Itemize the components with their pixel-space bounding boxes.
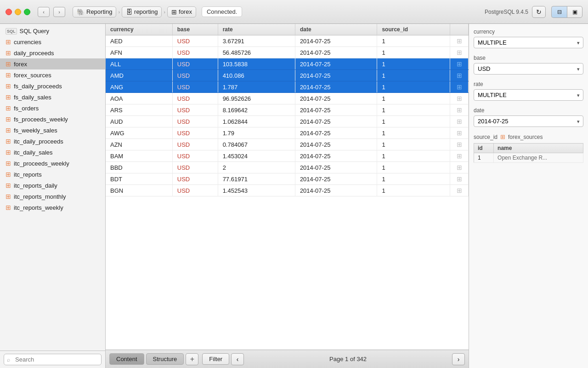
table-row[interactable]: BGNUSD1.4525432014-07-251⊞: [106, 185, 469, 196]
sidebar-item-daily-proceeds[interactable]: ⊞daily_proceeds: [0, 47, 105, 58]
sidebar-item-fs-weekly-sales[interactable]: ⊞fs_weekly_sales: [0, 125, 105, 136]
table-row[interactable]: AMDUSD410.0862014-07-251⊞: [106, 70, 469, 81]
sidebar-item-itc-reports-daily[interactable]: ⊞itc_reports_daily: [0, 180, 105, 191]
table-row[interactable]: ANGUSD1.7872014-07-251⊞: [106, 81, 469, 93]
sidebar-item-fs-orders[interactable]: ⊞fs_orders: [0, 103, 105, 114]
filter-panel: currency MULTIPLE base USD rate MULTIPLE: [469, 24, 588, 368]
table-row[interactable]: AZNUSD0.7840672014-07-251⊞: [106, 139, 469, 150]
sidebar-item-icon: ⊞: [6, 82, 11, 90]
base-value: USD: [177, 164, 190, 171]
table-row[interactable]: AEDUSD3.672912014-07-251⊞: [106, 35, 469, 47]
cell-rate: 1.452543: [218, 185, 295, 196]
sidebar-item-sql-query[interactable]: SQLSQL Query: [0, 26, 105, 36]
table-row[interactable]: BAMUSD1.4530242014-07-251⊞: [106, 150, 469, 162]
cell-rate: 77.61971: [218, 173, 295, 185]
cell-currency: ARS: [106, 104, 172, 116]
sidebar-item-label: itc_reports_monthly: [14, 193, 66, 200]
cell-date: 2014-07-25: [295, 104, 377, 116]
cell-source_id: 1: [377, 35, 450, 47]
cell-date: 2014-07-25: [295, 150, 377, 162]
breadcrumb-reporting[interactable]: 🐘 Reporting: [73, 6, 116, 17]
cell-action-icon[interactable]: ⊞: [450, 173, 469, 185]
content-area: currency base rate date source_id AEDUSD…: [106, 24, 469, 368]
prev-page-button[interactable]: ‹: [231, 353, 244, 365]
cell-action-icon[interactable]: ⊞: [450, 58, 469, 70]
table-row[interactable]: BDTUSD77.619712014-07-251⊞: [106, 173, 469, 185]
add-row-button[interactable]: +: [186, 353, 198, 365]
view-single-button[interactable]: ▣: [567, 6, 582, 18]
cell-currency: BBD: [106, 162, 172, 173]
next-page-button[interactable]: ›: [452, 353, 465, 365]
cell-action-icon[interactable]: ⊞: [450, 81, 469, 93]
sidebar-item-itc-proceeds-weekly[interactable]: ⊞itc_proceeds_weekly: [0, 158, 105, 169]
sidebar-item-icon: ⊞: [6, 204, 11, 211]
filter-source_id-label: source_id: [474, 134, 498, 140]
filter-currency-label: currency: [474, 29, 583, 35]
table-row[interactable]: AWGUSD1.792014-07-251⊞: [106, 127, 469, 139]
sidebar-item-itc-reports-monthly[interactable]: ⊞itc_reports_monthly: [0, 191, 105, 202]
view-buttons: ⊟ ▣: [551, 6, 582, 18]
cell-action-icon[interactable]: ⊞: [450, 185, 469, 196]
refresh-button[interactable]: ↻: [532, 6, 546, 18]
row-table-icon: ⊞: [457, 175, 462, 183]
base-value: USD: [177, 61, 190, 68]
sidebar-item-icon: ⊞: [6, 49, 11, 57]
cell-action-icon[interactable]: ⊞: [450, 127, 469, 139]
table-row[interactable]: AUDUSD1.0628442014-07-251⊞: [106, 116, 469, 127]
table-row[interactable]: ARSUSD8.1696422014-07-251⊞: [106, 104, 469, 116]
sidebar-item-itc-reports-weekly[interactable]: ⊞itc_reports_weekly: [0, 202, 105, 213]
cell-action-icon[interactable]: ⊞: [450, 139, 469, 150]
content-tab[interactable]: Content: [109, 353, 144, 365]
cell-action-icon[interactable]: ⊞: [450, 116, 469, 127]
sidebar-item-forex[interactable]: ⊞forex: [0, 58, 105, 69]
cell-rate: 0.784067: [218, 139, 295, 150]
col-rate: rate: [218, 24, 295, 35]
sidebar-item-fs-daily-proceeds[interactable]: ⊞fs_daily_proceeds: [0, 80, 105, 92]
table-row[interactable]: ALLUSD103.58382014-07-251⊞: [106, 58, 469, 70]
cell-action-icon[interactable]: ⊞: [450, 70, 469, 81]
minimize-button[interactable]: [15, 9, 21, 15]
sidebar-item-fs-proceeds-weekly[interactable]: ⊞fs_proceeds_weekly: [0, 114, 105, 125]
cell-base: USD: [172, 93, 218, 104]
cell-date: 2014-07-25: [295, 162, 377, 173]
sidebar-item-label: itc_reports_weekly: [14, 204, 63, 211]
sidebar-item-itc-reports[interactable]: ⊞itc_reports: [0, 169, 105, 180]
filter-currency-select[interactable]: MULTIPLE: [474, 37, 583, 48]
table-row[interactable]: AFNUSD56.4857262014-07-251⊞: [106, 47, 469, 58]
base-value: USD: [177, 130, 190, 137]
maximize-button[interactable]: [24, 9, 30, 15]
cell-action-icon[interactable]: ⊞: [450, 150, 469, 162]
cell-base: USD: [172, 162, 218, 173]
filter-button[interactable]: Filter: [202, 353, 229, 365]
cell-action-icon[interactable]: ⊞: [450, 104, 469, 116]
sidebar-item-itc-daily-proceeds[interactable]: ⊞itc_daily_proceeds: [0, 136, 105, 147]
table-row[interactable]: BBDUSD22014-07-251⊞: [106, 162, 469, 173]
cell-action-icon[interactable]: ⊞: [450, 47, 469, 58]
cell-base: USD: [172, 58, 218, 70]
cell-rate: 103.5838: [218, 58, 295, 70]
search-input[interactable]: [4, 354, 102, 365]
sidebar-item-currencies[interactable]: ⊞currencies: [0, 36, 105, 47]
sidebar-item-forex-sources[interactable]: ⊞forex_sources: [0, 69, 105, 80]
sidebar-item-icon: ⊞: [6, 93, 11, 101]
sidebar-item-icon: ⊞: [6, 104, 11, 112]
cell-currency: AUD: [106, 116, 172, 127]
structure-tab[interactable]: Structure: [146, 353, 184, 365]
row-table-icon: ⊞: [457, 152, 462, 160]
filter-rate-select[interactable]: MULTIPLE: [474, 89, 583, 101]
cell-action-icon[interactable]: ⊞: [450, 162, 469, 173]
cell-action-icon[interactable]: ⊞: [450, 93, 469, 104]
cell-base: USD: [172, 116, 218, 127]
cell-action-icon[interactable]: ⊞: [450, 35, 469, 47]
filter-base-select[interactable]: USD: [474, 63, 583, 75]
view-split-button[interactable]: ⊟: [551, 6, 567, 18]
close-button[interactable]: [6, 9, 12, 15]
breadcrumb-table[interactable]: ⊞ forex: [167, 6, 196, 17]
breadcrumb-schema[interactable]: 🗄 reporting: [122, 6, 162, 17]
sidebar-item-fs-daily-sales[interactable]: ⊞fs_daily_sales: [0, 92, 105, 103]
sidebar-item-itc-daily-sales[interactable]: ⊞itc_daily_sales: [0, 147, 105, 158]
forward-button[interactable]: ›: [53, 7, 65, 17]
back-button[interactable]: ‹: [38, 7, 50, 17]
table-row[interactable]: AOAUSD96.9526262014-07-251⊞: [106, 93, 469, 104]
filter-date-select[interactable]: 2014-07-25: [474, 115, 583, 127]
